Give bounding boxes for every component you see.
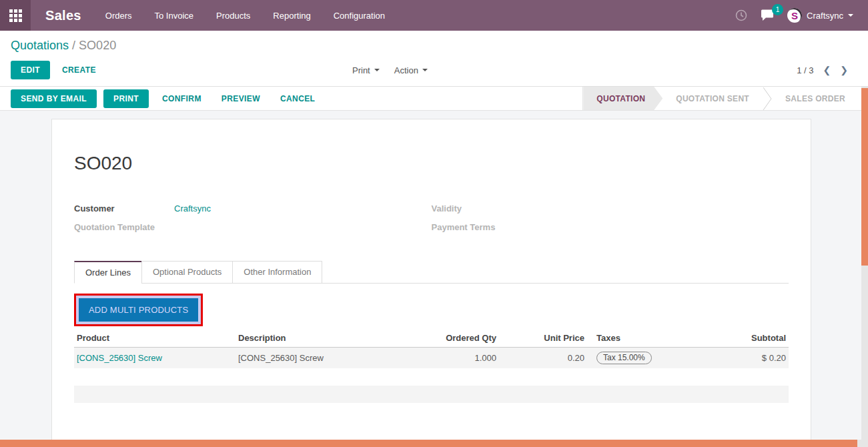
- breadcrumb-quotations-link[interactable]: Quotations: [11, 39, 69, 52]
- preview-button[interactable]: PREVIEW: [215, 89, 267, 108]
- breadcrumb-separator: /: [72, 39, 75, 52]
- validity-label: Validity: [432, 203, 532, 213]
- col-header-unit-price[interactable]: Unit Price: [499, 330, 587, 348]
- col-header-description[interactable]: Description: [236, 330, 436, 348]
- description-cell: [CONS_25630] Screw: [236, 348, 436, 369]
- breadcrumb: Quotations / SO020: [11, 39, 857, 53]
- edit-button[interactable]: EDIT: [11, 61, 50, 79]
- print-button[interactable]: PRINT: [103, 89, 149, 108]
- menu-reporting[interactable]: Reporting: [273, 7, 310, 25]
- pager-counter: 1 / 3: [797, 65, 813, 75]
- ordered-qty-cell: 1.000: [436, 348, 499, 369]
- top-navbar: Sales Orders To Invoice Products Reporti…: [0, 0, 868, 31]
- status-steps: QUOTATION QUOTATION SENT SALES ORDER: [582, 87, 859, 110]
- status-step-quotation-sent[interactable]: QUOTATION SENT: [663, 87, 763, 110]
- menu-to-invoice[interactable]: To Invoice: [155, 7, 194, 25]
- horizontal-scrollbar-track[interactable]: [0, 440, 861, 447]
- vertical-scrollbar-track[interactable]: [861, 87, 868, 447]
- chevron-down-icon: [848, 14, 853, 17]
- apps-menu-button[interactable]: [0, 0, 31, 31]
- caret-down-icon: [422, 69, 428, 71]
- customer-value-link[interactable]: Craftsync: [174, 203, 211, 213]
- highlight-annotation-box: ADD MULTI PRODUCTS: [74, 294, 203, 326]
- add-multi-products-button[interactable]: ADD MULTI PRODUCTS: [79, 298, 198, 322]
- step-divider-chevron-icon: [763, 87, 772, 110]
- tax-badge: Tax 15.00%: [596, 352, 652, 364]
- confirm-button[interactable]: CONFIRM: [155, 89, 208, 108]
- empty-row: [74, 386, 789, 403]
- col-header-ordered-qty[interactable]: Ordered Qty: [436, 330, 499, 348]
- action-dropdown[interactable]: Action: [394, 65, 428, 75]
- col-header-subtotal[interactable]: Subtotal: [714, 330, 789, 348]
- apps-grid-icon: [9, 9, 22, 22]
- subtotal-cell: $ 0.20: [714, 348, 789, 369]
- tab-other-information[interactable]: Other Information: [232, 261, 322, 284]
- main-menu: Orders To Invoice Products Reporting Con…: [105, 7, 385, 25]
- company-avatar: S: [787, 8, 802, 23]
- status-step-sales-order[interactable]: SALES ORDER: [772, 87, 859, 110]
- pager-previous-icon[interactable]: ❮: [823, 65, 831, 75]
- order-line-row[interactable]: [CONS_25630] Screw [CONS_25630] Screw 1.…: [74, 348, 789, 369]
- breadcrumb-current: SO020: [79, 39, 116, 52]
- tab-order-lines[interactable]: Order Lines: [74, 261, 141, 284]
- customer-label: Customer: [74, 203, 174, 213]
- cancel-button[interactable]: CANCEL: [274, 89, 322, 108]
- payment-terms-label: Payment Terms: [432, 222, 532, 232]
- menu-configuration[interactable]: Configuration: [334, 7, 385, 25]
- send-by-email-button[interactable]: SEND BY EMAIL: [11, 89, 97, 108]
- create-button[interactable]: CREATE: [55, 61, 103, 79]
- print-dropdown[interactable]: Print: [352, 65, 380, 75]
- messages-count-badge: 1: [772, 4, 783, 15]
- status-step-quotation[interactable]: QUOTATION: [583, 87, 663, 110]
- menu-products[interactable]: Products: [216, 7, 250, 25]
- action-dropdown-label: Action: [394, 65, 418, 75]
- statusbar: SEND BY EMAIL PRINT CONFIRM PREVIEW CANC…: [0, 87, 868, 111]
- vertical-scrollbar-thumb[interactable]: [861, 88, 868, 266]
- form-view-content: SO020 Customer Craftsync Quotation Templ…: [0, 111, 861, 447]
- pager-next-icon[interactable]: ❯: [840, 65, 848, 75]
- user-menu[interactable]: S Craftsync: [787, 8, 853, 23]
- messages-icon[interactable]: 1: [761, 9, 774, 21]
- quotation-template-label: Quotation Template: [74, 222, 174, 232]
- user-name: Craftsync: [807, 11, 843, 21]
- caret-down-icon: [374, 69, 380, 71]
- order-lines-table: Product Description Ordered Qty Unit Pri…: [74, 330, 789, 403]
- product-link[interactable]: [CONS_25630] Screw: [77, 353, 162, 363]
- menu-orders[interactable]: Orders: [105, 7, 132, 25]
- empty-row: [74, 368, 789, 386]
- print-dropdown-label: Print: [352, 65, 370, 75]
- quotation-sheet: SO020 Customer Craftsync Quotation Templ…: [51, 119, 811, 447]
- horizontal-scrollbar-thumb[interactable]: [0, 440, 857, 447]
- col-header-product[interactable]: Product: [74, 330, 236, 348]
- col-header-taxes[interactable]: Taxes: [587, 330, 714, 348]
- unit-price-cell: 0.20: [499, 348, 587, 369]
- quotation-title: SO020: [74, 153, 789, 174]
- app-title: Sales: [45, 8, 81, 23]
- notebook-tabs: Order Lines Optional Products Other Info…: [74, 261, 789, 284]
- activities-clock-icon[interactable]: [735, 9, 747, 21]
- control-panel: Quotations / SO020 EDIT CREATE Print Act…: [0, 31, 868, 87]
- tab-optional-products[interactable]: Optional Products: [141, 261, 232, 284]
